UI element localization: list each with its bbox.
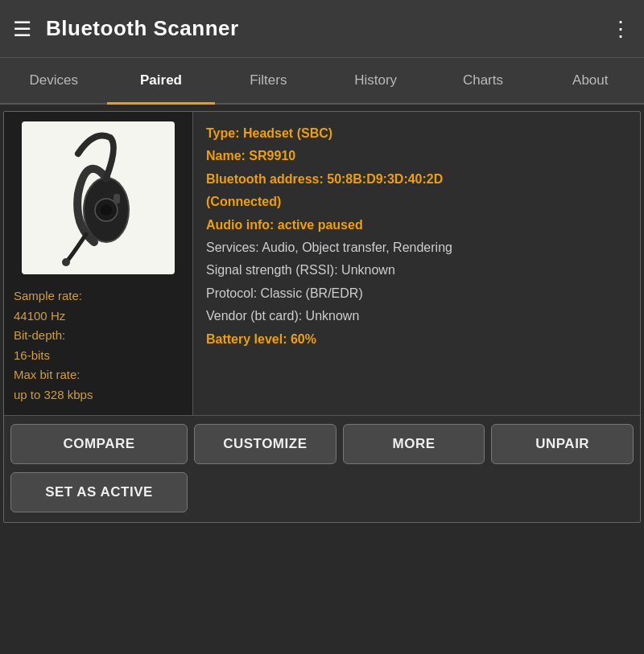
max-bit-rate-value: up to 328 kbps [14,386,183,405]
tab-filters[interactable]: Filters [215,58,322,103]
svg-rect-4 [114,194,120,204]
tab-charts[interactable]: Charts [429,58,536,103]
device-image [22,121,175,274]
buttons-row-2: SET AS ACTIVE [4,472,640,522]
device-connection-status: (Connected) [206,191,627,212]
svg-point-1 [62,258,70,266]
left-panel: Sample rate: 44100 Hz Bit-depth: 16-bits… [4,112,193,415]
bit-depth-label: Bit-depth: [14,327,183,345]
buttons-row-1: COMPARE CUSTOMIZE MORE UNPAIR [4,416,640,472]
device-audio-info: Audio info: active paused [206,215,627,236]
device-section: Sample rate: 44100 Hz Bit-depth: 16-bits… [4,112,640,416]
tab-paired[interactable]: Paired [107,58,214,103]
more-options-icon[interactable]: ⋮ [610,19,631,39]
device-protocol: Protocol: Classic (BR/EDR) [206,283,627,304]
max-bit-rate-label: Max bit rate: [14,366,183,385]
headset-illustration [38,130,159,266]
svg-point-3 [101,204,112,216]
device-vendor: Vendor (bt card): Unknown [206,306,627,327]
more-button[interactable]: MORE [343,424,485,464]
sample-rate-label: Sample rate: [14,287,183,306]
app-title: Bluetooth Scanner [46,16,610,41]
menu-icon[interactable]: ☰ [13,19,31,39]
bit-depth-value: 16-bits [14,347,183,365]
app-bar: ☰ Bluetooth Scanner ⋮ [0,0,644,58]
device-services: Services: Audio, Object transfer, Render… [206,237,627,258]
device-signal-strength: Signal strength (RSSI): Unknown [206,260,627,281]
device-type: Type: Headset (SBC) [206,123,627,144]
tab-devices[interactable]: Devices [0,58,107,103]
customize-button[interactable]: CUSTOMIZE [194,424,336,464]
main-content: Sample rate: 44100 Hz Bit-depth: 16-bits… [3,111,641,523]
device-bluetooth-address: Bluetooth address: 50:8B:D9:3D:40:2D [206,169,627,190]
unpair-button[interactable]: UNPAIR [491,424,634,464]
tab-about[interactable]: About [537,58,644,103]
compare-button[interactable]: COMPARE [10,424,188,464]
tab-bar: Devices Paired Filters History Charts Ab… [0,58,644,105]
device-stats: Sample rate: 44100 Hz Bit-depth: 16-bits… [14,284,183,405]
device-battery-level: Battery level: 60% [206,329,627,350]
right-panel: Type: Headset (SBC) Name: SR9910 Bluetoo… [193,112,640,415]
tab-history[interactable]: History [322,58,429,103]
device-name: Name: SR9910 [206,146,627,167]
set-as-active-button[interactable]: SET AS ACTIVE [10,472,188,512]
sample-rate-value: 44100 Hz [14,307,183,326]
